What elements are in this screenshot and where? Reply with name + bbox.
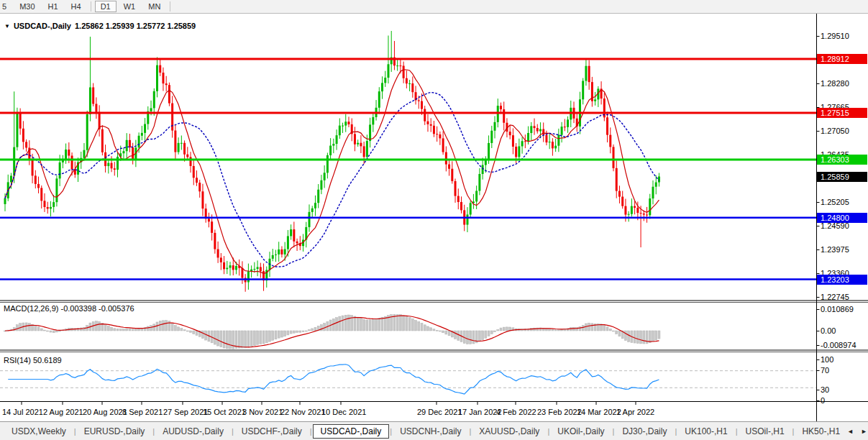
tab-scroll-left-icon[interactable]: ◄	[847, 428, 854, 435]
timeframe-button-h1[interactable]: H1	[42, 1, 64, 12]
tab-separator: |	[613, 427, 615, 436]
symbol-tab-audusd[interactable]: AUDUSD-,Daily	[155, 425, 231, 438]
symbol-tab-eurusd[interactable]: EURUSD-,Daily	[77, 425, 152, 438]
rsi-axis-label: 70	[821, 366, 829, 375]
symbol-tab-xauusd[interactable]: XAUUSD-,Daily	[472, 425, 547, 438]
timeframe-button-d1[interactable]: D1	[95, 1, 117, 12]
date-axis-label: 14 Mar 2022	[577, 408, 621, 416]
date-axis-label: 20 Aug 2021	[83, 408, 127, 416]
symbol-tab-usdx[interactable]: USDX,Weekly	[4, 425, 73, 438]
price-axis-label: 1.25205	[821, 198, 849, 206]
toolbar-separator	[91, 1, 91, 12]
date-axis-label: 23 Feb 2022	[537, 408, 582, 416]
macd-axis-label: -0.008974	[821, 341, 856, 349]
symbol-tab-usdchf[interactable]: USDCHF-,Daily	[234, 425, 309, 438]
date-axis-label: 10 Dec 2021	[321, 408, 366, 416]
current-price-badge: 1.25859	[817, 172, 867, 182]
date-axis-label: 2 Aug 2021	[43, 408, 83, 416]
tab-separator: |	[232, 427, 234, 436]
chart-canvas[interactable]	[0, 0, 868, 440]
symbol-tab-uk100[interactable]: UK100-,H1	[677, 425, 734, 438]
price-axis-label: 1.23975	[821, 245, 849, 254]
tab-scroll-nav: ◄►	[847, 428, 868, 435]
symbol-tab-usdcad[interactable]: USDCAD-,Daily	[313, 424, 390, 439]
date-axis-label: 8 Sep 2021	[122, 408, 163, 416]
symbol-tab-usoil[interactable]: USOil-,H1	[739, 425, 792, 438]
tab-separator: |	[792, 427, 795, 436]
date-axis-label: 17 Jan 2022	[458, 408, 502, 416]
timeframe-button-m30[interactable]: M30	[14, 1, 40, 12]
chart-quote-values: 1.25862 1.25939 1.25772 1.25859	[75, 22, 196, 30]
tab-separator: |	[470, 427, 472, 436]
symbol-tab-ukoil[interactable]: UKOil-,Daily	[550, 425, 611, 438]
date-axis-label: 14 Jul 2021	[2, 408, 43, 416]
timeframe-button-w1[interactable]: W1	[118, 1, 142, 12]
tab-separator: |	[675, 427, 677, 436]
price-axis-label: 1.22745	[821, 293, 849, 301]
tab-separator: |	[152, 427, 155, 436]
tab-scroll-right-icon[interactable]: ►	[861, 428, 867, 435]
collapse-arrow-icon[interactable]: ▼	[4, 23, 10, 29]
tab-separator: |	[547, 427, 549, 436]
macd-indicator-label: MACD(12,26,9) -0.003398 -0.005376	[4, 304, 134, 313]
chart-title: ▼ USDCAD-,Daily 1.25862 1.25939 1.25772 …	[4, 22, 196, 30]
macd-axis-label: 0.010869	[821, 305, 854, 313]
symbol-tab-usdcnh[interactable]: USDCNH-,Daily	[393, 425, 468, 438]
chart-symbol-label: USDCAD-,Daily	[14, 22, 71, 30]
timeframe-toolbar: 5M30H1H4D1W1MN	[0, 0, 868, 14]
rsi-indicator-label: RSI(14) 50.6189	[4, 356, 62, 365]
date-axis-label: 22 Nov 2021	[280, 408, 325, 416]
trading-terminal: 5M30H1H4D1W1MN ▼ USDCAD-,Daily 1.25862 1…	[0, 0, 868, 440]
rsi-axis-label: 100	[821, 355, 833, 364]
rsi-axis-label: 30	[821, 385, 829, 394]
symbol-tab-dj30[interactable]: DJ30-,Daily	[615, 425, 674, 438]
date-axis-label: 3 Nov 2021	[242, 408, 283, 416]
date-axis-label: 15 Oct 2021	[203, 408, 246, 416]
price-axis-label: 1.29510	[821, 32, 849, 40]
price-level-badge: 1.28912	[817, 54, 867, 64]
price-axis-label: 1.27050	[821, 127, 849, 135]
date-axis-label: 27 Sep 2021	[163, 408, 208, 416]
symbol-tab-hk50[interactable]: HK50-,H1	[795, 425, 847, 438]
tab-separator: |	[736, 427, 738, 436]
tab-separator: |	[310, 427, 312, 436]
date-axis-label: 4 Feb 2022	[496, 408, 536, 416]
tab-separator: |	[390, 427, 392, 436]
timeframe-button-h4[interactable]: H4	[65, 1, 87, 12]
date-axis-label: 29 Dec 2021	[417, 408, 462, 416]
rsi-axis-label: 0	[821, 396, 825, 405]
price-level-badge: 1.27515	[817, 108, 867, 118]
timeframe-button-mn[interactable]: MN	[142, 1, 166, 12]
symbol-tabbar: USDX,Weekly|EURUSD-,Daily|AUDUSD-,Daily|…	[0, 421, 868, 440]
price-level-badge: 1.23203	[817, 275, 867, 285]
tab-separator: |	[74, 427, 76, 436]
macd-axis-label: 0.00	[821, 326, 836, 335]
toolbar-separator	[170, 1, 170, 12]
timeframe-button-5[interactable]: 5	[0, 1, 12, 12]
price-axis-label: 1.28280	[821, 79, 849, 88]
price-level-badge: 1.24800	[817, 213, 867, 223]
date-axis-label: 1 Apr 2022	[616, 408, 654, 416]
price-level-badge: 1.26303	[817, 155, 867, 165]
